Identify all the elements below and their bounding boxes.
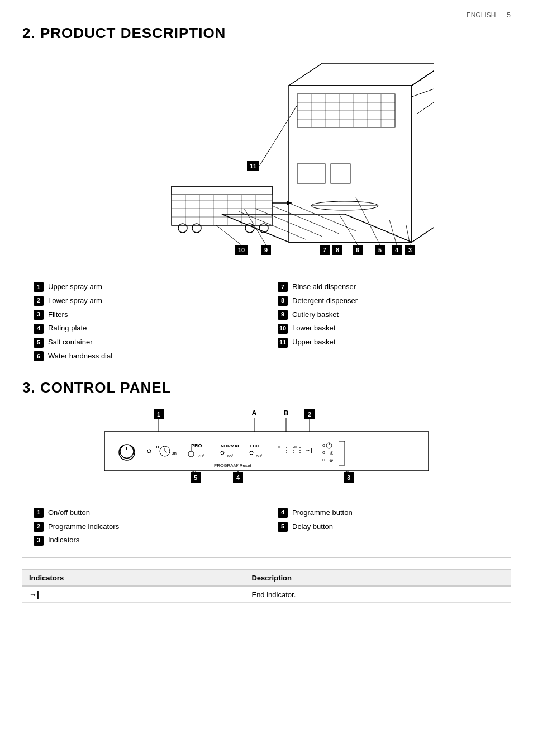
svg-line-61 bbox=[389, 220, 397, 245]
parts-list: 1 Upper spray arm 7 Rinse aid dispenser … bbox=[22, 281, 511, 362]
dishwasher-diagram-svg: 1 2 3 4 5 6 9 10 bbox=[99, 52, 434, 270]
part-badge-10: 10 bbox=[278, 324, 288, 334]
part-item-1: 1 Upper spray arm bbox=[34, 281, 255, 293]
section-2: 2. PRODUCT DESCRIPTION bbox=[22, 25, 511, 362]
svg-point-82 bbox=[147, 450, 151, 453]
table-header-description: Description bbox=[245, 570, 511, 586]
cp-part-label-3: Indicators bbox=[48, 535, 79, 546]
part-badge-3: 3 bbox=[34, 310, 44, 320]
table-header-indicators: Indicators bbox=[22, 570, 245, 586]
svg-text:ECO: ECO bbox=[250, 443, 259, 448]
cp-part-badge-1: 1 bbox=[34, 508, 44, 518]
svg-text:5: 5 bbox=[194, 474, 197, 481]
svg-text:PRO: PRO bbox=[191, 443, 202, 448]
cp-part-item-5: 5 Delay button bbox=[278, 521, 499, 533]
page-number: 5 bbox=[507, 11, 511, 19]
svg-text:⊕: ⊕ bbox=[329, 457, 334, 463]
cp-parts-list: 1 On/off button 4 Programme button 2 Pro… bbox=[22, 507, 511, 546]
svg-text:o: o bbox=[322, 450, 325, 455]
svg-rect-69 bbox=[104, 432, 429, 471]
cp-part-badge-5: 5 bbox=[278, 522, 288, 532]
section-3: 3. CONTROL PANEL 1 A B 2 bbox=[22, 379, 511, 603]
svg-text:4: 4 bbox=[395, 247, 399, 253]
svg-text:2: 2 bbox=[308, 411, 311, 418]
part-item-10: 10 Lower basket bbox=[278, 323, 499, 334]
svg-text:A: A bbox=[251, 409, 257, 417]
svg-line-60 bbox=[356, 197, 380, 245]
table-row: →| End indicator. bbox=[22, 586, 511, 603]
svg-text:NORMAL: NORMAL bbox=[221, 443, 240, 448]
part-label-4: Rating plate bbox=[48, 323, 87, 334]
page-language: ENGLISH bbox=[467, 11, 496, 19]
svg-rect-37 bbox=[331, 164, 350, 183]
part-label-5: Salt container bbox=[48, 337, 93, 348]
svg-line-43 bbox=[417, 84, 434, 114]
section-3-title: 3. CONTROL PANEL bbox=[22, 379, 511, 396]
svg-text:50°: 50° bbox=[256, 454, 263, 458]
part-badge-1: 1 bbox=[34, 282, 44, 292]
svg-text:3: 3 bbox=[408, 247, 412, 253]
svg-text:o: o bbox=[156, 444, 159, 450]
indicator-symbol: →| bbox=[22, 586, 245, 603]
svg-rect-36 bbox=[297, 164, 325, 183]
product-diagram: 1 2 3 4 5 6 9 10 bbox=[22, 52, 511, 270]
svg-point-96 bbox=[250, 451, 253, 455]
part-label-10: Lower basket bbox=[292, 323, 335, 334]
svg-line-64 bbox=[216, 225, 241, 245]
cp-part-label-4: Programme button bbox=[292, 507, 353, 519]
part-badge-8: 8 bbox=[278, 296, 288, 306]
indicator-description: End indicator. bbox=[245, 586, 511, 603]
svg-line-40 bbox=[412, 84, 434, 97]
table-divider bbox=[22, 557, 511, 558]
svg-line-58 bbox=[259, 105, 297, 166]
cp-part-item-4: 4 Programme button bbox=[278, 507, 499, 519]
part-label-3: Filters bbox=[48, 309, 68, 321]
section-2-number: 2. bbox=[22, 25, 36, 41]
svg-text:o: o bbox=[278, 444, 280, 450]
svg-text:5: 5 bbox=[378, 247, 382, 253]
cp-part-badge-3: 3 bbox=[34, 536, 44, 546]
svg-text:→|: →| bbox=[304, 447, 312, 453]
part-label-2: Lower spray arm bbox=[48, 295, 102, 307]
section-3-heading: CONTROL PANEL bbox=[40, 379, 171, 396]
svg-rect-19 bbox=[172, 186, 272, 195]
cp-part-badge-2: 2 bbox=[34, 522, 44, 532]
svg-point-89 bbox=[188, 451, 194, 457]
part-item-7: 7 Rinse aid dispenser bbox=[278, 281, 499, 293]
cp-part-label-2: Programme indicators bbox=[48, 521, 119, 533]
control-panel-diagram: 1 A B 2 o 3h bbox=[22, 407, 511, 496]
cp-part-item-2: 2 Programme indicators bbox=[34, 521, 255, 533]
svg-text:4: 4 bbox=[236, 474, 240, 481]
svg-line-86 bbox=[165, 451, 167, 452]
svg-marker-1 bbox=[289, 63, 434, 86]
part-badge-6: 6 bbox=[34, 351, 44, 361]
svg-text:11: 11 bbox=[250, 163, 256, 169]
control-panel-svg: 1 A B 2 o 3h bbox=[71, 407, 462, 496]
cp-part-label-1: On/off button bbox=[48, 507, 90, 519]
svg-text:⋮⋮⋮: ⋮⋮⋮ bbox=[283, 446, 303, 454]
section-2-title: 2. PRODUCT DESCRIPTION bbox=[22, 25, 511, 42]
part-item-2: 2 Lower spray arm bbox=[34, 295, 255, 307]
part-label-1: Upper spray arm bbox=[48, 281, 102, 293]
section-3-number: 3. bbox=[22, 379, 36, 396]
section-2-heading: PRODUCT DESCRIPTION bbox=[40, 25, 226, 41]
svg-text:PROGRAM/ Reset: PROGRAM/ Reset bbox=[214, 463, 251, 468]
svg-text:8: 8 bbox=[336, 247, 339, 253]
svg-text:3h: 3h bbox=[172, 451, 177, 456]
part-item-8: 8 Detergent dispenser bbox=[278, 295, 499, 307]
part-badge-2: 2 bbox=[34, 296, 44, 306]
svg-text:65°: 65° bbox=[227, 454, 234, 458]
part-label-9: Cutlery basket bbox=[292, 309, 339, 321]
svg-text:o: o bbox=[294, 444, 297, 450]
svg-text:o: o bbox=[322, 457, 325, 462]
svg-text:B: B bbox=[283, 409, 288, 417]
svg-marker-3 bbox=[222, 214, 412, 242]
page-header: ENGLISH 5 bbox=[22, 11, 511, 19]
svg-text:3: 3 bbox=[347, 474, 350, 481]
arrow-indicator: →| bbox=[29, 590, 39, 599]
part-item-3: 3 Filters bbox=[34, 309, 255, 321]
part-item-6: 6 Water hardness dial bbox=[34, 351, 255, 362]
part-badge-11: 11 bbox=[278, 338, 288, 348]
svg-text:9: 9 bbox=[264, 247, 268, 253]
svg-point-93 bbox=[221, 451, 224, 455]
